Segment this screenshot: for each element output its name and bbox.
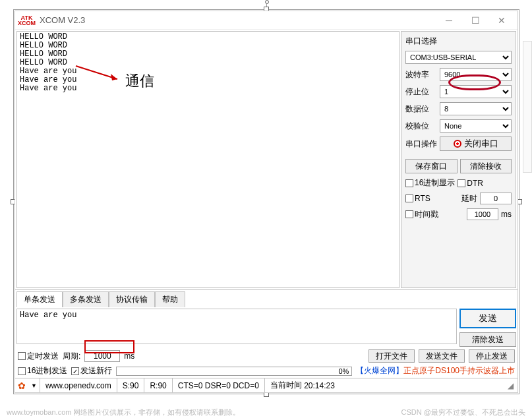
port-select[interactable]: COM3:USB-SERIAL: [405, 51, 512, 64]
timestamp-input[interactable]: [467, 208, 498, 220]
send-buttons: 发送 清除发送: [459, 309, 516, 347]
dtr-label: DTR: [467, 179, 483, 188]
serial-panel: 串口选择 COM3:USB-SERIAL 波特率 9600 停止位 1 数据位 …: [401, 31, 516, 288]
window-title: XCOM V2.3: [40, 15, 85, 25]
hex-send-label: 16进制发送: [27, 365, 67, 376]
tab-single-send[interactable]: 单条发送: [16, 291, 63, 307]
newline-checkbox[interactable]: 发送新行: [71, 365, 112, 376]
serial-panel-title: 串口选择: [405, 36, 512, 47]
newline-label: 发送新行: [80, 365, 112, 376]
send-file-button[interactable]: 发送文件: [419, 349, 465, 363]
stop-send-button[interactable]: 停止发送: [469, 349, 515, 363]
app-logo: ATK XCOM: [18, 15, 36, 26]
delay-input[interactable]: [480, 193, 512, 204]
maximize-button[interactable]: ☐: [462, 12, 488, 29]
rts-label: RTS: [415, 194, 430, 203]
progress-text: 0%: [338, 367, 349, 375]
ad-prefix: 【火爆全网】: [356, 366, 403, 375]
databits-select[interactable]: 8: [440, 102, 512, 115]
hex-send-checkbox[interactable]: 16进制发送: [18, 365, 67, 376]
minimize-button[interactable]: ─: [436, 12, 462, 29]
hex-row: 16进制发送 发送新行 0% 【火爆全网】正点原子DS100手持示波器上市: [15, 364, 517, 378]
ad-text: 正点原子DS100手持示波器上市: [403, 366, 515, 375]
timed-row: 定时发送 周期: ms 打开文件 发送文件 停止发送: [15, 348, 517, 364]
close-port-button[interactable]: 关闭串口: [440, 136, 512, 151]
gear-icon[interactable]: ✿: [15, 380, 28, 391]
record-icon: [454, 140, 461, 148]
time-value: 20:14:23: [304, 381, 335, 390]
status-time: 当前时间 20:14:23: [265, 378, 340, 392]
ms-label: ms: [501, 210, 512, 219]
content: HELLO WORD HELLO WORD HELLO WORD HELLO W…: [15, 30, 517, 392]
window-buttons: ─ ☐ ✕: [436, 12, 515, 29]
databits-label: 数据位: [405, 104, 437, 115]
open-file-button[interactable]: 打开文件: [369, 349, 415, 363]
progress-bar: 0%: [116, 367, 352, 376]
status-url[interactable]: www.openedv.com: [40, 378, 117, 392]
send-tabs: 单条发送 多条发送 协议传输 帮助: [15, 289, 517, 307]
tab-help[interactable]: 帮助: [155, 291, 185, 307]
dropdown-icon[interactable]: ▼: [28, 382, 40, 389]
dtr-checkbox[interactable]: DTR: [458, 179, 483, 188]
tab-protocol[interactable]: 协议传输: [109, 291, 155, 307]
annotation-label: 通信: [125, 71, 154, 91]
page-footer: www.toymoban.com 网络图片仅供展示，非存储，如有侵权请联系删除。…: [0, 407, 532, 417]
period-input[interactable]: [84, 350, 120, 362]
app-window: ATK XCOM XCOM V2.3 ─ ☐ ✕ HELLO WORD HELL…: [15, 11, 518, 393]
timed-send-checkbox[interactable]: 定时发送: [18, 351, 59, 362]
stopbits-label: 停止位: [405, 86, 437, 98]
resize-grip-icon[interactable]: ◢: [504, 381, 517, 390]
period-ms: ms: [124, 351, 134, 361]
save-window-button[interactable]: 保存窗口: [405, 159, 458, 173]
logo-bot: XCOM: [18, 20, 36, 26]
rts-checkbox[interactable]: RTS: [405, 194, 430, 203]
receive-textarea[interactable]: HELLO WORD HELLO WORD HELLO WORD HELLO W…: [16, 31, 399, 288]
upper-pane: HELLO WORD HELLO WORD HELLO WORD HELLO W…: [15, 30, 517, 289]
status-cts: CTS=0 DSR=0 DCD=0: [173, 378, 264, 392]
parity-label: 校验位: [405, 121, 437, 132]
hex-display-label: 16进制显示: [415, 177, 455, 189]
hex-display-checkbox[interactable]: 16进制显示: [405, 177, 455, 189]
status-bar: ✿ ▼ www.openedv.com S:90 R:90 CTS=0 DSR=…: [15, 378, 517, 392]
footer-right: CSDN @最穷不过要饭、不死总会出头: [401, 407, 525, 417]
clear-receive-button[interactable]: 清除接收: [460, 159, 512, 173]
scrollbar-fragment: [523, 41, 532, 173]
status-sent: S:90: [117, 378, 144, 392]
timestamp-label: 时间戳: [415, 209, 438, 220]
time-label: 当前时间: [270, 380, 302, 391]
baud-select[interactable]: 9600: [440, 68, 512, 81]
rotate-handle[interactable]: [265, 0, 269, 4]
close-window-button[interactable]: ✕: [488, 12, 515, 29]
stopbits-select[interactable]: 1: [440, 85, 512, 98]
clear-send-button[interactable]: 清除发送: [459, 332, 516, 347]
serial-op-label: 串口操作: [405, 138, 437, 150]
ad-link[interactable]: 【火爆全网】正点原子DS100手持示波器上市: [356, 365, 515, 376]
period-label: 周期:: [63, 351, 80, 362]
titlebar: ATK XCOM XCOM V2.3 ─ ☐ ✕: [15, 11, 517, 30]
timed-send-label: 定时发送: [27, 351, 59, 362]
tab-multi-send[interactable]: 多条发送: [63, 291, 109, 307]
send-button[interactable]: 发送: [459, 309, 516, 328]
delay-label: 延时: [461, 193, 477, 204]
send-row: Have are you 发送 清除发送: [15, 307, 517, 348]
timestamp-checkbox[interactable]: 时间戳: [405, 209, 438, 220]
send-textarea[interactable]: Have are you: [16, 309, 457, 344]
footer-left: www.toymoban.com 网络图片仅供展示，非存储，如有侵权请联系删除。: [7, 407, 240, 417]
close-port-label: 关闭串口: [464, 138, 498, 150]
status-recv: R:90: [144, 378, 171, 392]
parity-select[interactable]: None: [440, 119, 512, 133]
baud-label: 波特率: [405, 69, 437, 80]
